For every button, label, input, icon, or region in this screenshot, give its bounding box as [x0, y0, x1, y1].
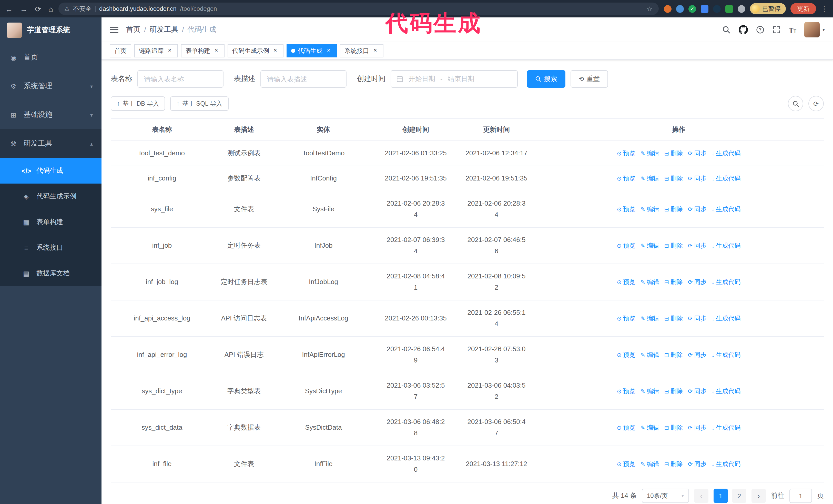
page-button-1[interactable]: 1: [714, 488, 728, 503]
tab-form-build[interactable]: 表单构建×: [181, 44, 224, 57]
puzzle-extensions-icon[interactable]: [738, 5, 745, 13]
sync-link[interactable]: ⟳同步: [688, 313, 706, 324]
preview-link[interactable]: ⊙预览: [617, 458, 635, 470]
close-icon[interactable]: ×: [372, 47, 379, 54]
profile-paused-chip[interactable]: 已暂停: [750, 3, 786, 14]
tab-codegen-example[interactable]: 代码生成示例×: [228, 44, 284, 57]
delete-link[interactable]: ⊟删除: [664, 240, 683, 251]
delete-link[interactable]: ⊟删除: [664, 277, 683, 288]
generate-link[interactable]: ↓生成代码: [712, 277, 740, 288]
reset-button[interactable]: ⟲ 重置: [571, 70, 608, 88]
font-size-icon[interactable]: TT: [789, 26, 796, 33]
preview-link[interactable]: ⊙预览: [617, 148, 635, 159]
preview-link[interactable]: ⊙预览: [617, 277, 635, 288]
close-icon[interactable]: ×: [213, 47, 220, 54]
delete-link[interactable]: ⊟删除: [664, 148, 683, 159]
preview-link[interactable]: ⊙预览: [617, 173, 635, 184]
sync-link[interactable]: ⟳同步: [688, 458, 706, 470]
back-button[interactable]: ←: [5, 5, 13, 13]
extension-icon[interactable]: [688, 5, 696, 13]
sidebar-item-infra[interactable]: ⊞基础设施▾: [0, 100, 101, 129]
sync-link[interactable]: ⟳同步: [688, 240, 706, 251]
generate-link[interactable]: ↓生成代码: [712, 422, 740, 433]
sidebar-item-db-doc[interactable]: ▤数据库文档: [0, 261, 101, 286]
delete-link[interactable]: ⊟删除: [664, 173, 683, 184]
extension-icon[interactable]: [676, 5, 684, 13]
edit-link[interactable]: ✎编辑: [641, 203, 659, 215]
bookmark-star-icon[interactable]: ☆: [647, 5, 652, 13]
page-size-select[interactable]: 10条/页 ▾: [642, 488, 689, 503]
github-icon[interactable]: [739, 25, 748, 34]
edit-link[interactable]: ✎编辑: [641, 240, 659, 251]
close-icon[interactable]: ×: [325, 47, 332, 54]
import-db-button[interactable]: ↑ 基于 DB 导入: [111, 96, 165, 111]
sidebar-item-codegen-example[interactable]: ◈代码生成示例: [0, 184, 101, 209]
sidebar-item-home[interactable]: ◉首页: [0, 43, 101, 72]
sync-link[interactable]: ⟳同步: [688, 173, 706, 184]
generate-link[interactable]: ↓生成代码: [712, 313, 740, 324]
sync-link[interactable]: ⟳同步: [688, 203, 706, 215]
delete-link[interactable]: ⊟删除: [664, 349, 683, 360]
tab-home[interactable]: 首页: [110, 44, 131, 57]
search-button[interactable]: 搜索: [527, 70, 565, 88]
help-icon[interactable]: [756, 26, 764, 34]
edit-link[interactable]: ✎编辑: [641, 148, 659, 159]
delete-link[interactable]: ⊟删除: [664, 203, 683, 215]
goto-page-input[interactable]: [789, 488, 812, 503]
table-name-input[interactable]: [137, 70, 223, 88]
edit-link[interactable]: ✎编辑: [641, 422, 659, 433]
next-page-button[interactable]: ›: [752, 488, 766, 503]
prev-page-button[interactable]: ‹: [694, 488, 709, 503]
sidebar-item-system[interactable]: ⚙系统管理▾: [0, 72, 101, 100]
edit-link[interactable]: ✎编辑: [641, 277, 659, 288]
close-icon[interactable]: ×: [166, 47, 173, 54]
create-time-range-picker[interactable]: 开始日期 - 结束日期: [390, 70, 518, 88]
extension-icon[interactable]: [725, 5, 733, 13]
delete-link[interactable]: ⊟删除: [664, 422, 683, 433]
edit-link[interactable]: ✎编辑: [641, 313, 659, 324]
user-avatar[interactable]: ▾: [805, 22, 825, 38]
preview-link[interactable]: ⊙预览: [617, 422, 635, 433]
generate-link[interactable]: ↓生成代码: [712, 458, 740, 470]
sidebar-item-api[interactable]: ≡系统接口: [0, 235, 101, 261]
sidebar-item-codegen[interactable]: </>代码生成: [0, 158, 101, 184]
preview-link[interactable]: ⊙预览: [617, 240, 635, 251]
extension-icon[interactable]: [713, 5, 721, 13]
delete-link[interactable]: ⊟删除: [664, 386, 683, 397]
refresh-button[interactable]: ⟳: [808, 96, 824, 111]
close-icon[interactable]: ×: [272, 47, 279, 54]
address-bar[interactable]: ⚠ 不安全 dashboard.yudao.iocoder.cn/tool/co…: [58, 3, 659, 15]
breadcrumb-item[interactable]: 首页: [126, 25, 140, 34]
toggle-search-button[interactable]: [788, 96, 803, 111]
extension-icon[interactable]: [664, 5, 671, 13]
table-desc-input[interactable]: [260, 70, 347, 88]
fullscreen-icon[interactable]: [772, 26, 781, 34]
delete-link[interactable]: ⊟删除: [664, 313, 683, 324]
reload-button[interactable]: ⟳: [35, 5, 41, 13]
generate-link[interactable]: ↓生成代码: [712, 349, 740, 360]
sync-link[interactable]: ⟳同步: [688, 277, 706, 288]
generate-link[interactable]: ↓生成代码: [712, 386, 740, 397]
sidebar-item-form-build[interactable]: ▦表单构建: [0, 209, 101, 235]
preview-link[interactable]: ⊙预览: [617, 349, 635, 360]
preview-link[interactable]: ⊙预览: [617, 203, 635, 215]
tab-api[interactable]: 系统接口×: [340, 44, 383, 57]
generate-link[interactable]: ↓生成代码: [712, 203, 740, 215]
page-button-2[interactable]: 2: [732, 488, 746, 503]
sync-link[interactable]: ⟳同步: [688, 349, 706, 360]
tab-tracer[interactable]: 链路追踪×: [134, 44, 178, 57]
tab-codegen[interactable]: 代码生成×: [287, 44, 337, 57]
forward-button[interactable]: →: [20, 5, 28, 13]
preview-link[interactable]: ⊙预览: [617, 386, 635, 397]
edit-link[interactable]: ✎编辑: [641, 386, 659, 397]
sync-link[interactable]: ⟳同步: [688, 148, 706, 159]
generate-link[interactable]: ↓生成代码: [712, 240, 740, 251]
edit-link[interactable]: ✎编辑: [641, 173, 659, 184]
edit-link[interactable]: ✎编辑: [641, 349, 659, 360]
kebab-menu-icon[interactable]: ⋮: [821, 5, 828, 13]
sync-link[interactable]: ⟳同步: [688, 422, 706, 433]
logo[interactable]: 芋道管理系统: [0, 18, 101, 43]
delete-link[interactable]: ⊟删除: [664, 458, 683, 470]
update-button[interactable]: 更新: [790, 3, 816, 14]
sync-link[interactable]: ⟳同步: [688, 386, 706, 397]
